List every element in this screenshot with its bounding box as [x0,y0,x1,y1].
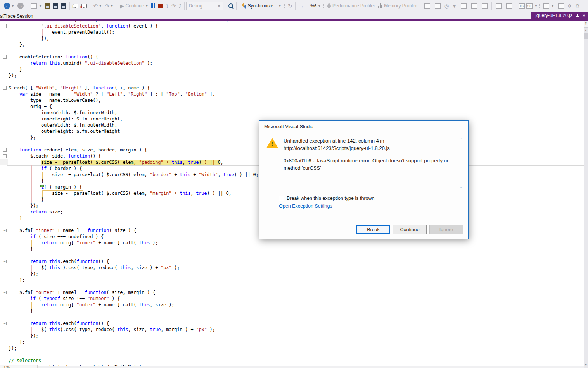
code-line[interactable]: return orig[ "outer" + name ].call( this… [9,302,259,308]
code-line[interactable]: return this.each(function() { [9,320,259,327]
code-line[interactable]: }); [9,35,259,41]
code-line[interactable] [9,48,259,54]
output-window-button[interactable] [494,1,503,10]
fold-collapse-marker[interactable]: − [3,86,7,90]
code-line[interactable]: outerHeight: $.fn.outerHeight [9,128,259,134]
pin-button[interactable]: ✈ [567,1,573,10]
code-line[interactable]: function reduce( elem, size, border, mar… [9,147,259,153]
continue-button[interactable]: ▶Continue▼ [119,1,150,10]
break-button[interactable]: Break [356,225,390,234]
debug-configuration-dropdown[interactable]: Debug▼ [186,2,223,10]
code-line[interactable]: return this.unbind( ".ui-disableSelectio… [9,60,259,66]
redo-button[interactable]: ↷▼ [104,1,115,10]
code-line[interactable]: $.fn[ "inner" + name ] = function( size … [9,227,259,234]
horizontal-scrollbar[interactable] [38,366,584,368]
reload-page-button[interactable] [469,1,479,10]
code-line[interactable]: if ( margin ) { [9,184,259,190]
code-line[interactable]: }; [9,134,259,141]
dialog-scroll-down-icon[interactable]: ⌄ [459,185,462,189]
code-line[interactable]: type = name.toLowerCase(), [9,97,259,103]
code-line[interactable]: }); [9,333,259,339]
dialog-scroll-up-icon[interactable]: ⌃ [459,137,462,141]
break-when-thrown-checkbox[interactable]: Break when this exception type is thrown [279,196,375,201]
code-line[interactable] [9,141,259,147]
save-button[interactable] [52,1,59,10]
toolbar-drag-handle[interactable] [539,3,540,9]
code-line[interactable]: } [9,66,259,72]
find-in-files-button[interactable] [227,1,234,10]
add-comment-button[interactable]: + [72,1,80,10]
code-line[interactable]: } [9,215,259,221]
document-tab-jquery-ui[interactable]: jquery-ui-1.8.20.js ✕ [531,12,588,19]
code-line[interactable]: size -= parseFloat( $.curCSS( elem, "mar… [9,190,259,196]
navigate-forward-button[interactable]: → [16,1,25,10]
code-line[interactable] [9,221,259,227]
fold-collapse-marker[interactable]: − [3,24,7,28]
screenshot-button[interactable] [480,1,489,10]
go-button[interactable]: → [297,1,305,10]
code-line[interactable]: return orig[ "inner" + name ].call( this… [9,240,259,246]
save-all-button[interactable] [60,1,67,10]
step-over-button[interactable]: ↷ [170,1,177,10]
code-line[interactable]: innerHeight: $.fn.innerHeight, [9,116,259,122]
synchronize-button[interactable]: Synchronize...▼ [239,1,282,10]
browser-link-button[interactable]: ♻ [574,1,581,10]
vertical-scrollbar[interactable] [584,21,588,368]
code-window-button[interactable] [504,1,514,10]
code-line[interactable]: innerWidth: $.fn.innerWidth, [9,110,259,116]
code-line[interactable]: outerWidth: $.fn.outerWidth, [9,122,259,128]
toolbar-drag-handle[interactable] [284,3,285,9]
split-window-handle[interactable]: ⇕ [584,21,588,28]
filter-button[interactable]: ▼ [451,1,458,10]
editor-zoom-control[interactable]: 0 % [0,365,38,368]
code-line[interactable] [9,351,259,358]
fold-collapse-marker[interactable]: − [3,148,7,152]
error-list-button[interactable]: ▼ [541,1,555,10]
scroll-up-arrow[interactable]: ▲ [584,29,588,31]
code-line[interactable]: return size; [9,209,259,215]
code-line[interactable]: } [9,308,259,314]
watch-window-button[interactable] [459,1,469,10]
copy-window-button[interactable] [556,1,566,10]
open-file-button[interactable] [44,1,51,10]
code-line[interactable]: return this.each(function() { [9,258,259,265]
stop-button[interactable] [157,1,164,10]
code-line[interactable]: event.preventDefault(); [9,29,259,35]
exception-settings-button[interactable] [433,1,443,10]
iis-badge[interactable]: IIS [519,3,525,9]
code-line[interactable]: $( this).css( type, reduce( this, size, … [9,327,259,333]
code-line[interactable]: } [9,178,259,184]
code-line[interactable]: if ( border ) { [9,165,259,172]
code-line[interactable]: }); [9,203,259,209]
checkbox-icon[interactable] [279,196,284,201]
fold-collapse-marker[interactable]: − [3,322,7,325]
performance-profiler-button[interactable]: Performance Profiler [326,1,376,10]
fold-collapse-marker[interactable]: − [3,229,7,232]
ignore-button[interactable]: Ignore [429,225,463,234]
close-icon[interactable]: ✕ [582,13,586,18]
pause-button[interactable] [150,1,156,10]
delete-comment-button[interactable]: x [80,1,88,10]
step-into-button[interactable]: ⤵ [164,1,169,10]
code-line[interactable]: }, [9,41,259,48]
code-line[interactable]: var side = name === "Width" ? [ "Left", … [9,91,259,97]
undo-button[interactable]: ↶▼ [92,1,103,10]
open-exception-settings-link[interactable]: Open Exception Settings [279,203,332,209]
code-line[interactable]: } [9,246,259,252]
code-line[interactable] [9,314,259,320]
intellitrace-session-label[interactable]: stTrace Session [0,14,33,19]
code-line[interactable]: }; [9,277,259,283]
code-line[interactable]: $( this ).css( type, reduce( this, size … [9,265,259,271]
code-line[interactable]: if ( size === undefined ) { [9,234,259,240]
code-line[interactable] [9,283,259,289]
code-line[interactable]: } [9,196,259,203]
memory-profiler-button[interactable]: Memory Profiler [377,1,418,10]
paste-button[interactable]: ▼ [29,1,43,10]
fold-collapse-marker[interactable]: − [3,55,7,59]
hex-display-button[interactable]: %6▼ [309,1,322,10]
code-line[interactable] [9,252,259,258]
code-line[interactable]: }); [9,72,259,79]
code-line[interactable]: // selectors [9,358,259,364]
show-diagnostics-button[interactable]: ◎ [443,1,450,10]
fold-collapse-marker[interactable]: − [3,291,7,294]
